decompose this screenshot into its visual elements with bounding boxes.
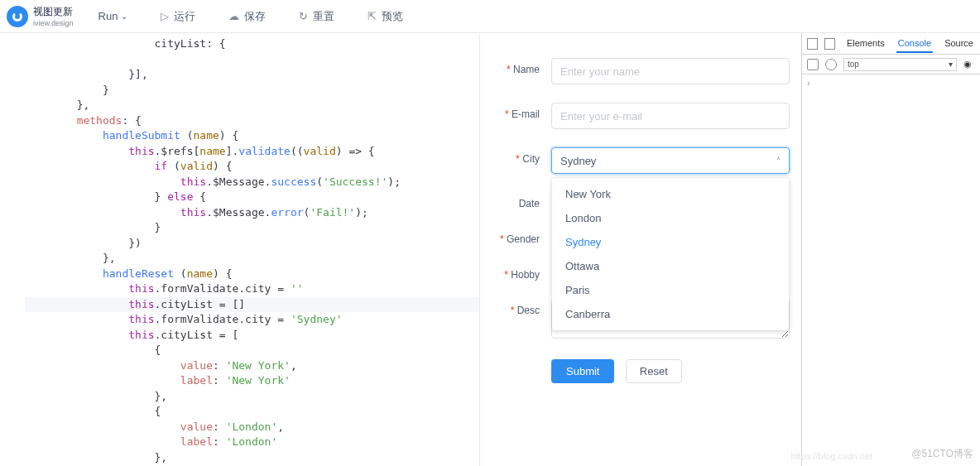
devtools-tab-elements[interactable]: Elements (845, 35, 886, 53)
play-icon: ▷ (161, 10, 169, 22)
play-pause-icon[interactable] (807, 59, 819, 70)
devtools-panel: ElementsConsoleSource top ▾ ◉ › (801, 33, 980, 466)
code-line[interactable]: if (valid) { (25, 159, 479, 175)
logo-icon (7, 6, 28, 27)
code-line[interactable]: this.formValidate.city = 'Sydney' (25, 312, 479, 328)
reset-label: 重置 (313, 9, 334, 24)
code-line[interactable]: label: 'New York' (25, 373, 479, 389)
name-label: Name (492, 58, 540, 75)
brand-title: 视图更新 (33, 5, 74, 19)
city-option[interactable]: London (552, 206, 789, 230)
gender-label: Gender (492, 228, 540, 245)
code-line[interactable]: } else { (25, 190, 479, 205)
code-line[interactable]: this.$Message.success('Success!'); (25, 175, 479, 190)
context-selector[interactable]: top ▾ (843, 58, 957, 71)
preview-label: 预览 (382, 9, 403, 24)
devtools-tab-console[interactable]: Console (896, 35, 933, 53)
city-option[interactable]: Paris (552, 278, 789, 302)
code-line[interactable]: this.$Message.error('Fail!'); (25, 205, 479, 221)
date-label: Date (492, 192, 540, 209)
code-line[interactable]: cityList: { (25, 36, 479, 52)
city-option[interactable]: New York (552, 182, 789, 206)
device-icon[interactable] (824, 38, 835, 50)
external-icon: ⇱ (368, 10, 377, 22)
run-selector-label: Run (98, 10, 118, 22)
code-line[interactable]: }, (25, 389, 479, 405)
email-label: E-mail (492, 103, 540, 120)
code-line[interactable]: }, (25, 251, 479, 267)
city-select[interactable]: Sydney ˄ New YorkLondonSydneyOttawaParis… (551, 147, 790, 174)
devtools-tabs: ElementsConsoleSource (845, 35, 975, 53)
save-label: 保存 (244, 9, 266, 24)
save-button[interactable]: ☁ 保存 (228, 9, 266, 24)
code-line[interactable]: this.formValidate.city = '' (25, 281, 479, 297)
run-selector[interactable]: Run ⌄ (98, 10, 128, 22)
code-line[interactable]: }], (25, 67, 479, 83)
inspect-icon[interactable] (807, 38, 818, 50)
code-line[interactable]: }, (25, 450, 479, 466)
city-label: City (492, 147, 540, 165)
code-editor[interactable]: cityList: { }], } }, methods: { handleSu… (0, 33, 480, 466)
cloud-icon: ☁ (228, 10, 239, 22)
city-option[interactable]: Canberra (552, 302, 789, 326)
brand-subtitle: iview.design (33, 19, 74, 27)
chevron-down-icon: ⌄ (121, 12, 127, 21)
form-reset-button[interactable]: Reset (626, 359, 682, 383)
code-line[interactable]: value: 'London', (25, 420, 479, 435)
devtools-tab-source[interactable]: Source (943, 35, 975, 53)
reset-button[interactable]: ↻ 重置 (299, 9, 334, 24)
run-label: 运行 (174, 9, 195, 24)
code-line[interactable]: methods: { (25, 113, 479, 129)
city-select-value: Sydney (560, 155, 596, 167)
chevron-up-icon: ˄ (776, 156, 781, 166)
name-input[interactable] (551, 58, 790, 84)
desc-label: Desc (492, 299, 540, 316)
context-label: top (848, 60, 859, 69)
code-line[interactable]: { (25, 343, 479, 358)
clear-icon[interactable] (825, 59, 837, 70)
city-option[interactable]: Ottawa (552, 254, 789, 278)
code-line[interactable]: value: 'New York', (25, 358, 479, 374)
code-line[interactable]: handleSubmit (name) { (25, 128, 479, 144)
code-line[interactable]: this.cityList = [ (25, 328, 479, 343)
top-toolbar: 视图更新 iview.design Run ⌄ ▷ 运行 ☁ 保存 ↻ 重置 ⇱… (0, 0, 980, 33)
code-line[interactable]: } (25, 83, 479, 98)
code-line[interactable]: this.$refs[name].validate((valid) => { (25, 144, 479, 160)
code-line[interactable]: label: 'London' (25, 435, 479, 450)
code-line[interactable]: handleReset (name) { (25, 267, 479, 282)
city-dropdown: New YorkLondonSydneyOttawaParisCanberra (552, 178, 789, 330)
refresh-icon: ↻ (299, 10, 308, 22)
hobby-label: Hobby (492, 263, 540, 281)
run-button[interactable]: ▷ 运行 (161, 9, 195, 24)
city-option[interactable]: Sydney (552, 230, 789, 254)
chevron-down-icon: ▾ (949, 60, 953, 69)
code-line[interactable]: }) (25, 236, 479, 252)
console-prompt: › (807, 78, 810, 88)
console-body[interactable]: › (802, 74, 980, 466)
email-input[interactable] (551, 103, 790, 129)
code-line[interactable]: { (25, 404, 479, 420)
code-line[interactable]: this.cityList = [] (25, 297, 479, 313)
preview-button[interactable]: ⇱ 预览 (368, 9, 403, 24)
code-line[interactable]: }, (25, 98, 479, 113)
brand: 视图更新 iview.design (33, 5, 74, 27)
eye-icon[interactable]: ◉ (963, 59, 975, 70)
submit-button[interactable]: Submit (551, 359, 614, 383)
preview-pane: Name E-mail City Sydney ˄ New YorkLondon… (480, 33, 801, 466)
code-line[interactable] (25, 52, 479, 68)
code-line[interactable]: } (25, 220, 479, 236)
